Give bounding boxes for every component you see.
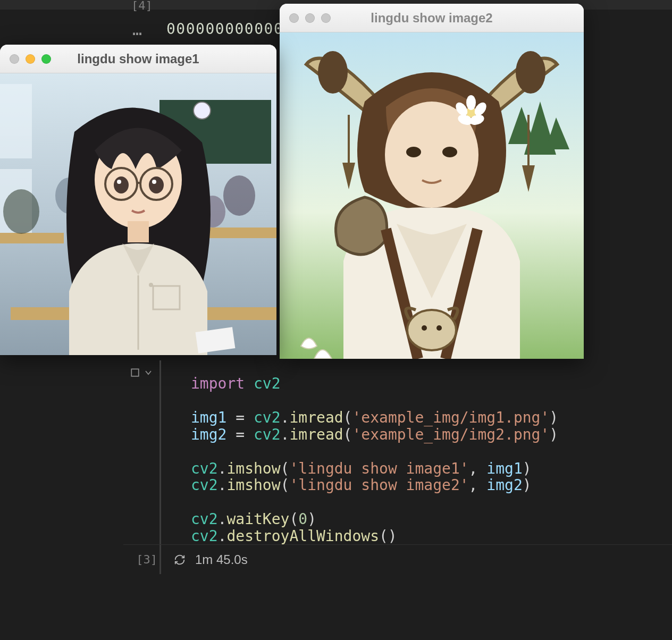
stop-icon[interactable] [130,368,140,377]
chevron-down-icon[interactable] [144,368,153,377]
mod-cv2: cv2 [254,375,281,392]
close-icon[interactable] [289,13,299,23]
traffic-lights-image1 [10,54,51,64]
svg-point-40 [152,180,156,184]
var-img2: img2 [191,426,226,443]
image2-viewport [280,32,584,359]
svg-point-5 [516,51,545,94]
titlebar-image2[interactable]: lingdu show image2 [280,4,584,32]
cell-4-label: [4] [131,0,153,12]
svg-point-31 [223,175,255,216]
close-icon[interactable] [10,54,19,64]
image1-placeholder-icon [0,73,276,355]
cell-3-label: [3] [123,553,159,566]
maximize-icon[interactable] [321,13,331,23]
minimize-icon[interactable] [305,13,315,23]
cell-gutter [123,360,159,553]
refresh-icon[interactable] [174,554,186,566]
execution-status-row: [3] 1m 45.0s [123,544,672,574]
titlebar-image1[interactable]: lingdu show image1 [0,45,276,73]
svg-rect-41 [128,221,149,242]
window-image1[interactable]: lingdu show image1 [0,45,276,355]
execution-time: 1m 45.0s [195,552,248,567]
svg-point-8 [442,147,457,157]
svg-rect-26 [202,228,276,238]
svg-point-24 [194,102,211,119]
svg-rect-21 [0,84,32,158]
image2-placeholder-icon [280,32,584,359]
svg-rect-25 [0,233,64,243]
svg-point-16 [422,325,427,331]
minimize-icon[interactable] [26,54,35,64]
traffic-lights-image2 [289,13,331,23]
var-img1: img1 [191,409,226,426]
svg-point-29 [3,189,39,234]
svg-point-15 [407,310,456,350]
svg-point-4 [318,51,348,94]
svg-point-17 [436,325,442,331]
svg-point-38 [149,176,164,193]
maximize-icon[interactable] [41,54,51,64]
output-ellipsis: … [132,20,142,39]
kw-import: import [191,375,245,392]
code-cell[interactable]: import cv2 img1 = cv2.imread('example_im… [123,360,672,553]
window-image2[interactable]: lingdu show image2 [280,4,584,359]
svg-point-37 [114,176,129,193]
svg-rect-46 [131,369,139,376]
svg-point-7 [406,147,421,157]
svg-point-10 [466,95,476,110]
image1-viewport [0,73,276,355]
code-editor[interactable]: import cv2 img1 = cv2.imread('example_im… [159,360,672,553]
svg-point-39 [117,180,121,184]
